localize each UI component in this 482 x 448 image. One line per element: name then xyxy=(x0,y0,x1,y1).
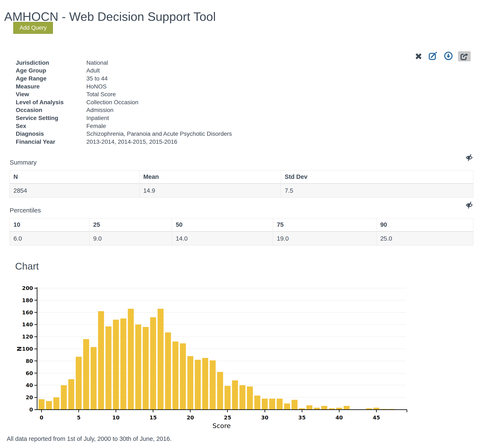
y-tick-label: 120 xyxy=(22,334,33,340)
param-label: Measure xyxy=(16,83,86,90)
histogram-bar xyxy=(195,360,201,409)
param-row: OccasionAdmission xyxy=(16,106,232,114)
histogram-bar xyxy=(240,385,245,409)
x-tick-label: 40 xyxy=(336,415,343,421)
histogram-bar xyxy=(269,399,275,409)
add-query-button[interactable]: Add Query xyxy=(13,22,53,34)
histogram-bar xyxy=(321,406,327,409)
edit-icon-glyph xyxy=(428,51,437,61)
histogram-bar xyxy=(76,357,81,409)
x-tick-label: 45 xyxy=(373,415,380,421)
histogram-bar xyxy=(83,339,89,409)
histogram-bar xyxy=(128,309,134,409)
param-row: Service SettingInpatient xyxy=(16,114,232,122)
y-tick-label: 160 xyxy=(22,310,33,316)
percentile-col-90: 90 xyxy=(376,218,473,232)
summary-col-stddev: Std Dev xyxy=(281,170,473,184)
param-row: Financial Year2013-2014, 2014-2015, 2015… xyxy=(16,138,232,146)
histogram-bar xyxy=(135,324,141,409)
param-value: Admission xyxy=(86,107,113,113)
y-tick-label: 40 xyxy=(26,382,33,388)
x-tick-label: 25 xyxy=(224,415,231,421)
close-icon-glyph xyxy=(414,52,423,61)
param-value: 2013-2014, 2014-2015, 2015-2016 xyxy=(86,138,177,145)
param-label: Service Setting xyxy=(16,115,86,121)
param-row: MeasureHoNOS xyxy=(16,83,232,91)
percentiles-header-row: 10 25 50 75 90 xyxy=(10,218,473,232)
y-tick-label: 0 xyxy=(29,407,33,413)
x-tick-label: 5 xyxy=(77,415,80,421)
param-value: 35 to 44 xyxy=(86,75,108,82)
share-icon[interactable] xyxy=(458,51,471,61)
param-row: Age GroupAdult xyxy=(16,67,232,75)
query-parameters: JurisdictionNational Age GroupAdult Age … xyxy=(16,59,232,146)
histogram-bar xyxy=(277,399,283,409)
param-label: Occasion xyxy=(16,107,86,113)
x-tick-label: 10 xyxy=(112,415,120,421)
param-row: Level of AnalysisCollection Occasion xyxy=(16,98,232,106)
percentiles-value-row: 6.0 9.0 14.0 19.0 25.0 xyxy=(10,232,473,245)
param-value: Total Score xyxy=(86,91,116,98)
histogram-bar xyxy=(39,399,44,409)
x-tick-label: 35 xyxy=(298,415,306,421)
param-row: ViewTotal Score xyxy=(16,90,232,98)
download-icon[interactable] xyxy=(442,51,455,61)
close-icon[interactable] xyxy=(412,51,425,61)
param-label: Level of Analysis xyxy=(16,99,86,106)
histogram-bar xyxy=(68,379,74,410)
histogram-bar xyxy=(165,332,171,409)
histogram-chart: 0204060801001201401601802000510152025303… xyxy=(9,283,413,433)
param-label: Sex xyxy=(16,123,86,129)
eye-slash-icon[interactable] xyxy=(465,153,474,163)
y-tick-label: 20 xyxy=(26,394,33,400)
param-value: Inpatient xyxy=(86,115,109,121)
histogram-bar xyxy=(61,385,67,409)
y-tick-label: 100 xyxy=(22,346,33,352)
download-icon-glyph xyxy=(444,51,453,61)
edit-icon[interactable] xyxy=(426,51,439,61)
histogram-bar xyxy=(202,358,208,409)
histogram-bar xyxy=(180,343,186,409)
param-label: Diagnosis xyxy=(16,130,86,137)
histogram-bar xyxy=(105,326,111,409)
param-label: Financial Year xyxy=(16,138,86,145)
histogram-bar xyxy=(187,356,193,409)
percentile-50-value: 14.0 xyxy=(172,232,273,245)
param-value: National xyxy=(86,59,108,66)
x-axis-title: Score xyxy=(212,422,231,430)
eye-slash-icon-glyph xyxy=(465,201,474,209)
histogram-bar xyxy=(344,406,349,409)
share-icon-glyph xyxy=(460,52,469,61)
param-value: Collection Occasion xyxy=(86,99,138,106)
histogram-bar xyxy=(262,399,268,409)
summary-col-n: N xyxy=(10,170,139,184)
page-title: AMHOCN - Web Decision Support Tool xyxy=(4,9,216,24)
param-row: Age Range35 to 44 xyxy=(16,75,232,83)
y-tick-label: 180 xyxy=(22,297,33,304)
eye-slash-icon[interactable] xyxy=(465,201,474,210)
chart-container: 0204060801001201401601802000510152025303… xyxy=(9,283,413,434)
histogram-bar xyxy=(46,401,52,409)
param-value: Female xyxy=(86,123,106,129)
histogram-bar xyxy=(292,400,297,409)
histogram-bar xyxy=(158,309,163,409)
histogram-bar xyxy=(113,320,119,409)
percentile-75-value: 19.0 xyxy=(273,232,376,245)
percentile-90-value: 25.0 xyxy=(376,232,473,245)
x-tick-label: 0 xyxy=(40,415,43,421)
summary-header-row: N Mean Std Dev xyxy=(10,170,473,184)
histogram-bar xyxy=(172,342,178,409)
y-tick-label: 140 xyxy=(22,321,33,328)
percentiles-heading: Percentiles xyxy=(10,207,41,214)
histogram-bar xyxy=(306,405,312,409)
histogram-bar xyxy=(210,360,216,409)
summary-mean-value: 14.9 xyxy=(139,184,281,198)
percentiles-table: 10 25 50 75 90 6.0 9.0 14.0 19.0 25.0 xyxy=(9,218,473,245)
param-value: Adult xyxy=(86,67,100,74)
param-label: Age Range xyxy=(16,75,86,82)
param-value: Schizophrenia, Paranoia and Acute Psycho… xyxy=(86,130,232,137)
footer-note: All data reported from 1st of July, 2000… xyxy=(7,435,172,442)
histogram-bar xyxy=(217,372,223,409)
y-tick-label: 60 xyxy=(26,370,33,376)
percentile-col-50: 50 xyxy=(172,218,273,232)
